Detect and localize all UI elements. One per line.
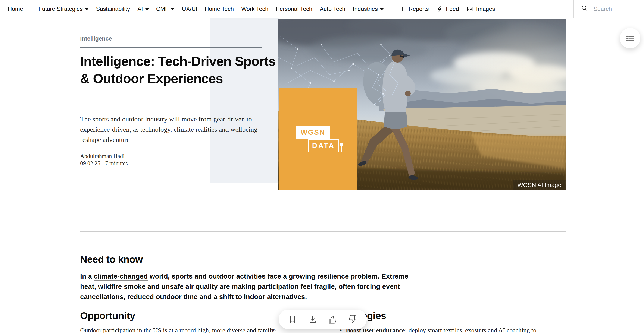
- image-credit: WGSN AI Image: [513, 180, 566, 190]
- nav-divider: [391, 4, 392, 14]
- category-label[interactable]: Intelligence: [80, 35, 112, 42]
- nav-item-sustainability[interactable]: Sustainability: [96, 6, 130, 12]
- search-icon[interactable]: [581, 5, 588, 13]
- thumbs-up-icon[interactable]: [328, 315, 338, 324]
- nav-label: Industries: [353, 6, 378, 12]
- wgsn-article-page: Home Future Strategies Sustainability AI…: [0, 0, 644, 333]
- nav-label: Images: [476, 6, 495, 12]
- nav-item-images[interactable]: Images: [466, 5, 495, 12]
- thumbs-down-icon[interactable]: [348, 315, 358, 324]
- wgsn-logo-text: WGSN: [301, 128, 325, 136]
- nav-label: Auto Tech: [320, 6, 346, 12]
- nav-item-future-strategies[interactable]: Future Strategies: [38, 6, 88, 12]
- chevron-down-icon: [145, 8, 149, 10]
- data-logo: DATA: [308, 139, 339, 152]
- bullet-rest: deploy smart textiles, exosuits and AI c…: [407, 327, 536, 333]
- article-action-toolbar: [279, 310, 367, 329]
- bullet-text: Boost user endurance: deploy smart texti…: [346, 325, 536, 333]
- table-of-contents-button[interactable]: [620, 28, 640, 48]
- byline: Abdulrahman Hadi 09.02.25 - 7 minutes: [80, 152, 128, 167]
- hero-background-panel: [210, 18, 279, 183]
- standfirst: The sports and outdoor industry will mov…: [80, 114, 258, 145]
- chevron-down-icon: [85, 8, 88, 10]
- author-name: Abdulrahman Hadi: [80, 152, 128, 160]
- nav-label: Future Strategies: [38, 6, 83, 12]
- nav-label: CMF: [156, 6, 168, 12]
- need-to-know-body: In a climate-changed world, sports and o…: [80, 271, 416, 302]
- nav-item-auto-tech[interactable]: Auto Tech: [320, 6, 346, 12]
- nav-divider: [30, 4, 31, 14]
- nav-label: UX/UI: [182, 6, 197, 12]
- download-icon[interactable]: [308, 315, 317, 324]
- nav-item-ai[interactable]: AI: [138, 6, 149, 12]
- nav-label: Feed: [446, 6, 459, 12]
- feed-icon: [436, 5, 444, 12]
- nav-label: Personal Tech: [276, 6, 312, 12]
- need-to-know-heading: Need to know: [80, 254, 143, 265]
- chevron-down-icon: [380, 8, 384, 10]
- nav-item-personal-tech[interactable]: Personal Tech: [276, 6, 312, 12]
- nav-item-industries[interactable]: Industries: [353, 6, 384, 12]
- search-area: [574, 0, 644, 18]
- nav-label: Reports: [408, 6, 429, 12]
- hero-image: WGSN DATA WGSN AI Image: [278, 19, 566, 190]
- nav-label: Home: [8, 6, 23, 12]
- nav-item-home[interactable]: Home: [8, 6, 23, 12]
- top-navbar: Home Future Strategies Sustainability AI…: [0, 0, 644, 18]
- section-divider: [80, 231, 566, 232]
- date-readtime: 09.02.25 - 7 minutes: [80, 160, 128, 167]
- nav-item-reports[interactable]: Reports: [399, 5, 429, 12]
- chevron-down-icon: [171, 8, 174, 10]
- strategies-bullet-item: • Boost user endurance: deploy smart tex…: [340, 325, 566, 333]
- bookmark-icon[interactable]: [288, 315, 297, 324]
- nav-label: Sustainability: [96, 6, 130, 12]
- pin-dot-icon: [340, 143, 343, 146]
- search-input[interactable]: [593, 5, 641, 12]
- nav-item-work-tech[interactable]: Work Tech: [241, 6, 268, 12]
- nav-label: Home Tech: [205, 6, 234, 12]
- images-icon: [466, 5, 474, 12]
- ntk-text-before: In a: [80, 272, 94, 280]
- nav-item-ux-ui[interactable]: UX/UI: [182, 6, 197, 12]
- reports-icon: [399, 5, 406, 12]
- category-rule: [80, 47, 262, 48]
- opportunity-heading: Opportunity: [80, 310, 135, 322]
- page-title: Intelligence: Tech-Driven Sports & Outdo…: [80, 52, 279, 87]
- wgsn-data-badge: WGSN DATA: [279, 88, 358, 190]
- climate-changed-link[interactable]: climate-changed: [94, 272, 148, 280]
- pin-stem: [341, 146, 342, 152]
- nav-item-home-tech[interactable]: Home Tech: [205, 6, 234, 12]
- nav-item-cmf[interactable]: CMF: [156, 6, 174, 12]
- nav-label: Work Tech: [241, 6, 268, 12]
- data-logo-text: DATA: [312, 142, 335, 150]
- list-icon: [625, 33, 635, 43]
- nav-item-feed[interactable]: Feed: [436, 5, 459, 12]
- wgsn-logo: WGSN: [296, 126, 330, 139]
- nav-label: AI: [138, 6, 143, 12]
